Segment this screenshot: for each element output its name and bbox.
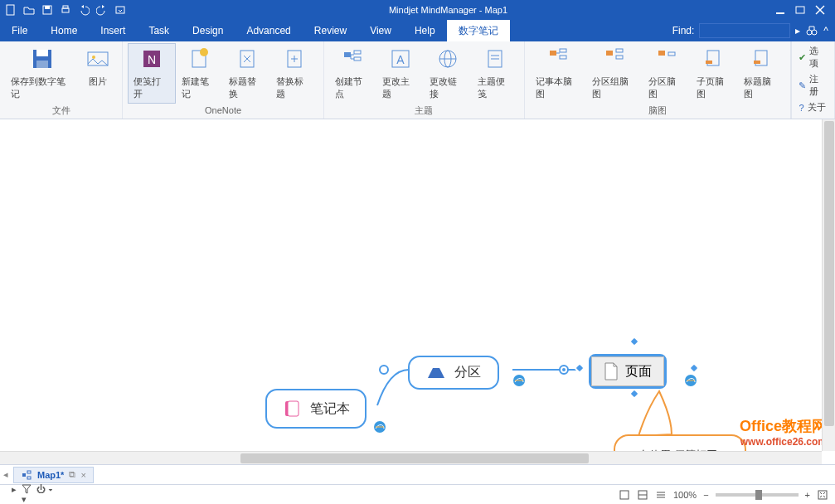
- options-button[interactable]: ✔ 选项: [799, 45, 828, 70]
- popout-icon[interactable]: ⧉: [69, 469, 75, 480]
- tab-view[interactable]: View: [358, 20, 403, 41]
- tab-review[interactable]: Review: [303, 20, 358, 41]
- zoom-out-icon[interactable]: −: [703, 490, 708, 500]
- tab-advanced[interactable]: Advanced: [235, 20, 302, 41]
- page-icon: [604, 362, 619, 380]
- view-mode-1-icon[interactable]: [619, 489, 630, 501]
- tab-digitalnote[interactable]: 数字笔记: [447, 20, 510, 41]
- selection-handle-bottom[interactable]: [629, 388, 640, 400]
- topic-note-button[interactable]: 主题便笺: [472, 43, 519, 103]
- section-group-map-button[interactable]: 分区组脑图: [586, 43, 643, 103]
- svg-rect-24: [354, 51, 361, 54]
- canvas[interactable]: 笔记本 分区 页面 在使用“便笺打开” 之前要选中一个页面 节点 Office教…: [0, 119, 835, 464]
- find-go-icon[interactable]: ▸: [795, 25, 800, 36]
- svg-rect-58: [620, 491, 629, 499]
- new-note-label: 新建笔记: [182, 75, 217, 100]
- qat-redo-icon[interactable]: [95, 2, 109, 17]
- qat-new-icon[interactable]: [3, 2, 18, 17]
- ie-icon[interactable]: [512, 374, 526, 387]
- selection-handle-right[interactable]: [688, 362, 700, 374]
- status-power-icon[interactable]: ⏻ ▾: [36, 484, 53, 504]
- ie-icon[interactable]: [684, 374, 697, 387]
- swap-title-icon: [281, 46, 308, 72]
- tab-insert[interactable]: Insert: [89, 20, 137, 41]
- create-node-button[interactable]: 创建节点: [329, 43, 376, 103]
- group-onenote: OneNote: [128, 104, 318, 119]
- change-topic-icon: A: [387, 46, 414, 72]
- zoom-in-icon[interactable]: +: [805, 490, 810, 500]
- topic-note-label: 主题便笺: [478, 75, 513, 100]
- collapse-ribbon-icon[interactable]: ^: [823, 25, 828, 36]
- open-note-label: 便笺打开: [134, 75, 169, 100]
- replace-title-button[interactable]: 标题替换: [223, 43, 270, 104]
- about-button[interactable]: ? 关于: [799, 101, 828, 114]
- child-page-map-button[interactable]: 子页脑图: [691, 43, 738, 103]
- new-note-button[interactable]: 新建笔记: [176, 43, 223, 104]
- create-node-label: 创建节点: [335, 75, 371, 100]
- svg-rect-35: [560, 49, 566, 52]
- qat-undo-icon[interactable]: [76, 2, 91, 17]
- notebook-map-button[interactable]: 记事本脑图: [530, 43, 586, 103]
- maximize-icon[interactable]: [795, 5, 805, 15]
- view-mode-2-icon[interactable]: [637, 489, 648, 501]
- page-node[interactable]: 页面: [589, 354, 667, 389]
- binoculars-icon[interactable]: [805, 25, 818, 36]
- qat-print-icon[interactable]: [58, 2, 73, 17]
- globe-icon: [434, 46, 461, 72]
- map-icon: [21, 469, 32, 481]
- group-topic: 主题: [329, 103, 519, 120]
- title-map-icon: [749, 46, 775, 72]
- group-file: 文件: [5, 103, 117, 120]
- ie-icon[interactable]: [373, 420, 386, 434]
- tab-design[interactable]: Design: [181, 20, 235, 41]
- vertical-scrollbar[interactable]: [822, 119, 835, 451]
- status-tag-icon[interactable]: ▸: [12, 484, 17, 504]
- notebook-node[interactable]: 笔记本: [265, 389, 367, 429]
- tab-task[interactable]: Task: [137, 20, 181, 41]
- svg-rect-43: [706, 61, 712, 64]
- new-note-icon: [186, 46, 212, 72]
- save-to-digitalnote-button[interactable]: 保存到数字笔记: [5, 43, 79, 103]
- section-label: 分区: [454, 364, 481, 381]
- document-tab[interactable]: Map1* ⧉ ×: [13, 467, 94, 483]
- fit-icon[interactable]: [817, 489, 828, 501]
- section-node[interactable]: 分区: [408, 356, 499, 390]
- change-link-button[interactable]: 更改链接: [424, 43, 471, 103]
- swap-title-button[interactable]: 替换标题: [270, 43, 318, 104]
- notebook-label: 笔记本: [310, 400, 350, 418]
- tab-help[interactable]: Help: [403, 20, 447, 41]
- selection-handle-top[interactable]: [629, 336, 640, 347]
- title-map-label: 标题脑图: [744, 75, 779, 100]
- tab-scroll-left-icon[interactable]: ◂: [3, 469, 8, 480]
- title-map-button[interactable]: 标题脑图: [738, 43, 785, 103]
- svg-rect-4: [63, 6, 68, 8]
- help-icon: ?: [799, 103, 803, 113]
- section-map-button[interactable]: 分区脑图: [643, 43, 690, 103]
- selection-handle-left[interactable]: [574, 362, 585, 374]
- picture-button[interactable]: 图片: [79, 43, 117, 103]
- close-icon[interactable]: [815, 5, 825, 15]
- qat-open-icon[interactable]: [22, 2, 36, 17]
- tab-file[interactable]: File: [0, 20, 39, 41]
- minimize-icon[interactable]: [775, 5, 785, 15]
- status-filter-icon[interactable]: ▾: [22, 484, 32, 504]
- tab-home[interactable]: Home: [39, 20, 89, 41]
- horizontal-scrollbar[interactable]: [0, 451, 822, 464]
- svg-rect-56: [27, 471, 31, 473]
- document-tab-label: Map1*: [37, 470, 64, 480]
- section-group-map-icon: [601, 46, 628, 72]
- zoom-value[interactable]: 100%: [673, 490, 697, 500]
- change-topic-button[interactable]: A 更改主题: [376, 43, 424, 103]
- svg-rect-23: [344, 52, 351, 57]
- view-mode-3-icon[interactable]: [655, 489, 667, 501]
- qat-save-icon[interactable]: [40, 2, 55, 17]
- zoom-slider[interactable]: [716, 493, 799, 497]
- svg-point-16: [92, 56, 95, 59]
- close-tab-icon[interactable]: ×: [80, 470, 85, 480]
- register-button[interactable]: ✎ 注册: [799, 73, 828, 98]
- svg-rect-25: [354, 57, 361, 61]
- qat-dropdown-icon[interactable]: [113, 2, 128, 17]
- open-note-button[interactable]: N 便笺打开: [128, 43, 175, 104]
- child-page-map-label: 子页脑图: [697, 75, 732, 100]
- find-input[interactable]: [699, 23, 790, 38]
